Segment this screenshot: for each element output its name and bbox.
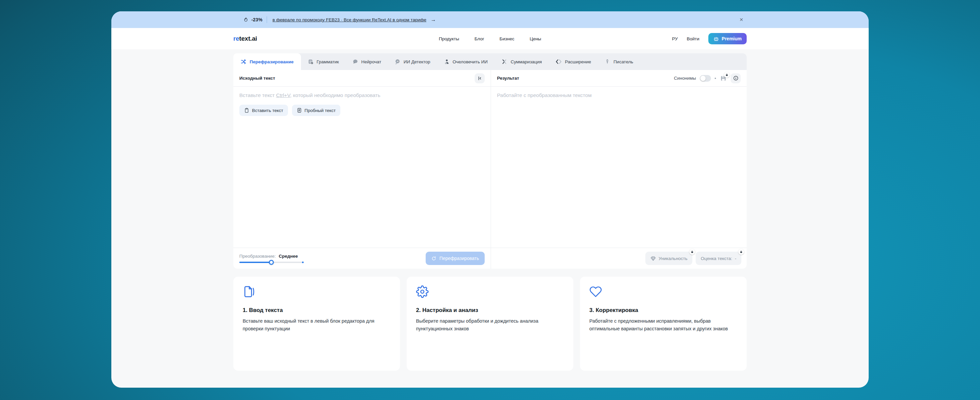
paste-text-label: Вставить текст	[252, 108, 283, 113]
result-panel-header: Результат Синонимы	[491, 70, 747, 87]
result-panel-title: Результат	[497, 76, 519, 81]
uniqueness-label: Уникальность	[659, 256, 688, 261]
slider-thumb[interactable]	[269, 260, 274, 265]
slider-fill	[239, 262, 271, 263]
tab-grammar[interactable]: Грамматик	[301, 53, 346, 70]
source-placeholder: Вставьте текст Ctrl+V, который необходим…	[239, 92, 485, 98]
tab-label: Суммаризация	[511, 59, 542, 64]
sample-text-button[interactable]: Пробный текст	[292, 105, 340, 116]
lock-icon	[738, 249, 744, 255]
step-card-settings: 2. Настройка и анализ Выберите параметры…	[407, 277, 573, 371]
result-panel-footer: Уникальность Оценка текста: -	[491, 248, 747, 269]
humanize-person-icon	[444, 59, 450, 65]
premium-button[interactable]: Premium	[708, 33, 747, 44]
clipboard-icon	[244, 108, 249, 113]
source-panel-header: Исходный текст	[233, 70, 491, 87]
source-panel: Исходный текст Вставьте текст Ctrl+V, ко…	[233, 70, 491, 269]
chat-bubble-icon	[352, 59, 358, 65]
tab-ai-detector[interactable]: AI ИИ Детектор	[388, 53, 437, 70]
discount-badge: -23%	[251, 17, 262, 22]
step-card-input: 1. Ввод текста Вставьте ваш исходный тек…	[233, 277, 400, 371]
source-panel-footer: Преобразование: Среднее Перефразировать	[233, 248, 491, 269]
tab-label: ИИ Детектор	[404, 59, 430, 64]
transform-value[interactable]: Среднее	[278, 254, 298, 259]
save-button[interactable]	[720, 75, 727, 82]
site-header: retext.ai Продукты Блог Бизнес Цены РУ В…	[111, 28, 869, 49]
uniqueness-chip[interactable]: Уникальность	[645, 252, 693, 265]
info-icon	[733, 75, 739, 81]
step-card-title: 1. Ввод текста	[243, 307, 391, 314]
gear-icon	[416, 285, 429, 298]
heart-icon	[589, 285, 602, 298]
main-nav: Продукты Блог Бизнес Цены	[439, 36, 541, 41]
paraphrase-button[interactable]: Перефразировать	[426, 252, 485, 265]
diamond-icon	[650, 256, 656, 261]
summarize-icon	[501, 59, 508, 65]
tab-label: Перефразирование	[250, 59, 294, 64]
transform-slider[interactable]	[239, 262, 303, 263]
banner-divider	[267, 16, 267, 23]
lock-icon	[724, 72, 730, 78]
tab-label: Очеловечить ИИ	[453, 59, 488, 64]
login-link[interactable]: Войти	[687, 36, 699, 41]
synonyms-label: Синонимы	[674, 76, 696, 81]
nav-item-business[interactable]: Бизнес	[500, 36, 514, 41]
result-panel: Результат Синонимы	[491, 70, 747, 269]
nav-item-products[interactable]: Продукты	[439, 36, 459, 41]
crown-icon	[713, 36, 719, 41]
expand-icon	[555, 59, 562, 65]
ai-detector-icon: AI	[395, 59, 401, 65]
nav-item-blog[interactable]: Блог	[474, 36, 484, 41]
dot-separator	[715, 78, 716, 79]
step-card-title: 3. Корректировка	[589, 307, 737, 314]
editor-card: Исходный текст Вставьте текст Ctrl+V, ко…	[233, 70, 747, 269]
pen-nib-icon	[605, 59, 610, 65]
step-card-body: Вставьте ваш исходный текст в левый блок…	[243, 317, 386, 333]
refresh-icon	[431, 256, 436, 261]
logo-suffix: text.ai	[239, 35, 257, 42]
shuffle-icon	[241, 59, 247, 65]
text-score-value: -	[735, 256, 737, 261]
tab-neurochat[interactable]: Нейрочат	[346, 53, 388, 70]
synonyms-toggle[interactable]	[700, 75, 711, 82]
toggle-knob	[700, 76, 706, 81]
slider-end-dot	[302, 262, 304, 263]
tab-paraphrase[interactable]: Перефразирование	[233, 53, 301, 70]
app-window: -23% в феврале по промокоду FEB23 · Все …	[111, 11, 869, 388]
tab-expand[interactable]: Расширение	[549, 53, 598, 70]
sample-text-label: Пробный текст	[305, 108, 336, 113]
tab-label: Писатель	[613, 59, 633, 64]
transform-control: Преобразование: Среднее	[239, 254, 303, 263]
step-card-title: 2. Настройка и анализ	[416, 307, 564, 314]
paraphrase-label: Перефразировать	[439, 256, 479, 261]
transform-label: Преобразование:	[239, 254, 276, 259]
tab-writer[interactable]: Писатель	[598, 53, 640, 70]
promo-link[interactable]: в феврале по промокоду FEB23 · Все функц…	[272, 18, 426, 22]
grammar-checklist-icon	[308, 59, 313, 65]
source-text-area[interactable]: Вставьте текст Ctrl+V, который необходим…	[233, 87, 491, 248]
tab-label: Расширение	[565, 59, 591, 64]
tab-summarize[interactable]: Суммаризация	[494, 53, 549, 70]
arrow-right-icon[interactable]: →	[431, 17, 436, 23]
step-card-body: Выберите параметры обработки и дождитесь…	[416, 317, 559, 333]
text-score-chip[interactable]: Оценка текста: -	[696, 252, 741, 265]
paste-text-button[interactable]: Вставить текст	[239, 105, 288, 116]
logo[interactable]: retext.ai	[233, 35, 257, 42]
language-selector[interactable]: РУ	[672, 36, 678, 41]
header-right: РУ Войти Premium	[672, 33, 747, 44]
result-placeholder: Работайте с преобразованным текстом	[497, 92, 741, 98]
collapse-panel-button[interactable]	[475, 73, 485, 83]
tab-label: Нейрочат	[361, 59, 381, 64]
tab-label: Грамматик	[317, 59, 339, 64]
step-card-body: Работайте с предложенными исправлениями,…	[589, 317, 733, 333]
collapse-left-icon	[477, 76, 482, 81]
tool-tabs: Перефразирование Грамматик Нейрочат AI И…	[233, 53, 747, 70]
close-icon[interactable]: ✕	[738, 16, 745, 24]
result-text-area[interactable]: Работайте с преобразованным текстом	[491, 87, 747, 248]
logo-prefix: re	[233, 35, 239, 42]
svg-text:AI: AI	[397, 61, 399, 62]
nav-item-pricing[interactable]: Цены	[530, 36, 541, 41]
info-button[interactable]	[731, 73, 741, 83]
step-card-correction: 3. Корректировка Работайте с предложенны…	[580, 277, 747, 371]
tab-humanize[interactable]: Очеловечить ИИ	[437, 53, 494, 70]
